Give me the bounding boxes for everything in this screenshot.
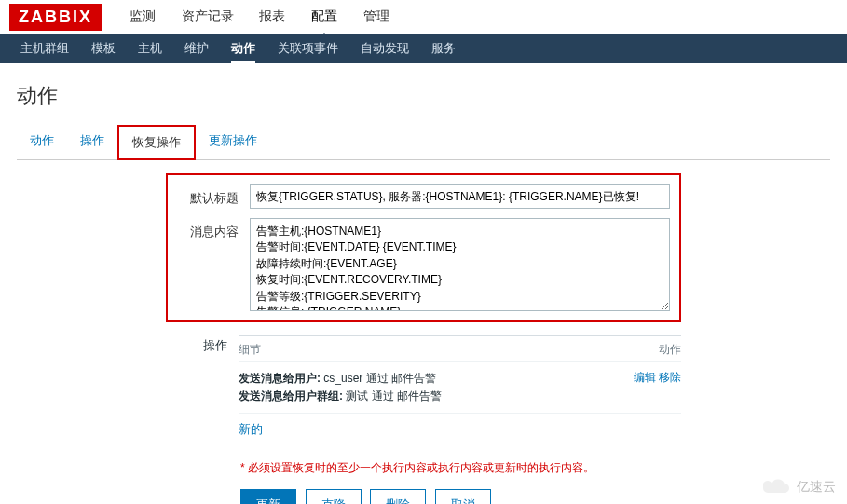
- cloud-icon: [763, 478, 791, 497]
- update-button[interactable]: 更新: [240, 489, 296, 504]
- clone-button[interactable]: 克隆: [306, 489, 362, 504]
- ops-line2-prefix: 发送消息给用户群组:: [239, 389, 343, 402]
- tab-operations[interactable]: 操作: [67, 125, 117, 159]
- tab-update-ops[interactable]: 更新操作: [196, 125, 270, 159]
- recovery-message-box: 默认标题 消息内容 告警主机:{HOSTNAME1} 告警时间:{EVENT.D…: [166, 173, 681, 322]
- ops-row-1: 发送消息给用户: cs_user 通过 邮件告警 发送消息给用户群组: 测试 通…: [239, 362, 681, 414]
- tab-action[interactable]: 动作: [17, 125, 67, 159]
- page-title: 动作: [17, 82, 830, 110]
- ops-col-detail: 细节: [239, 342, 261, 358]
- subnav-services[interactable]: 服务: [431, 34, 456, 63]
- ops-line2-rest: 测试 通过 邮件告警: [343, 389, 442, 402]
- subnav-discovery[interactable]: 自动发现: [361, 34, 409, 63]
- subnav-maintenance[interactable]: 维护: [184, 34, 209, 63]
- subject-label: 默认标题: [177, 184, 239, 209]
- topnav-admin[interactable]: 管理: [363, 1, 389, 33]
- ops-edit-link[interactable]: 编辑: [634, 371, 656, 384]
- ops-remove-link[interactable]: 移除: [659, 371, 681, 384]
- subnav-templates[interactable]: 模板: [91, 34, 116, 63]
- sub-nav: 主机群组 模板 主机 维护 动作 关联项事件 自动发现 服务: [0, 34, 847, 63]
- delete-button[interactable]: 删除: [370, 489, 426, 504]
- logo: ZABBIX: [9, 4, 102, 31]
- watermark: 亿速云: [763, 478, 836, 497]
- subject-input[interactable]: [250, 184, 670, 209]
- topnav-config[interactable]: 配置: [311, 1, 337, 33]
- topnav-monitor[interactable]: 监测: [130, 1, 156, 33]
- ops-line1-prefix: 发送消息给用户:: [239, 372, 321, 385]
- top-nav: 监测 资产记录 报表 配置 管理: [118, 1, 401, 33]
- message-textarea[interactable]: 告警主机:{HOSTNAME1} 告警时间:{EVENT.DATE} {EVEN…: [250, 218, 670, 311]
- subnav-hosts[interactable]: 主机: [138, 34, 162, 63]
- required-note: 必须设置恢复时的至少一个执行内容或执行内容或更新时的执行内容。: [240, 460, 830, 476]
- ops-line1-rest: cs_user 通过 邮件告警: [321, 372, 436, 385]
- subnav-actions[interactable]: 动作: [231, 34, 255, 63]
- subnav-hostgroups[interactable]: 主机群组: [20, 34, 69, 63]
- tab-recovery-ops[interactable]: 恢复操作: [117, 125, 196, 160]
- cancel-button[interactable]: 取消: [435, 489, 491, 504]
- message-label: 消息内容: [177, 218, 239, 311]
- ops-section-label: 操作: [166, 335, 227, 445]
- ops-new-link[interactable]: 新的: [239, 422, 263, 436]
- topnav-reports[interactable]: 报表: [259, 1, 285, 33]
- tabs: 动作 操作 恢复操作 更新操作: [17, 125, 830, 160]
- ops-col-action: 动作: [659, 342, 681, 358]
- topnav-inventory[interactable]: 资产记录: [182, 1, 234, 33]
